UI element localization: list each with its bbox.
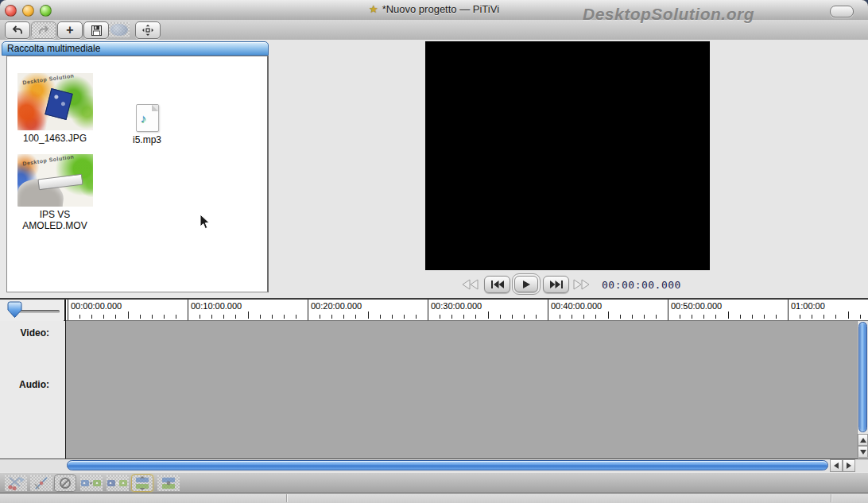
- timeline-ruler[interactable]: 00:00:00.00000:10:00.00000:20:00.00000:3…: [64, 300, 868, 321]
- statusbar-divider: [831, 494, 831, 502]
- scroll-down-button[interactable]: [858, 446, 868, 458]
- ruler-minor-tick: [320, 315, 320, 319]
- ruler-minor-tick: [524, 315, 525, 319]
- scroll-right-button[interactable]: [843, 459, 855, 472]
- ruler-minor-tick: [343, 315, 344, 319]
- toolbar-toggle-button[interactable]: [830, 6, 854, 17]
- list-item[interactable]: Desktop Solution IPS VS AMOLED.MOV: [10, 150, 99, 231]
- watermark: DesktopSolution.org: [583, 5, 754, 24]
- rewind-icon[interactable]: [462, 279, 479, 290]
- link-button: [80, 475, 103, 491]
- media-item-label: IPS VS AMOLED.MOV: [10, 209, 99, 231]
- timecode-display: 00:00:00.000: [602, 279, 681, 291]
- next-frame-icon: [550, 281, 563, 288]
- fast-forward-icon[interactable]: [572, 279, 590, 290]
- ruler-minor-tick: [860, 315, 861, 319]
- vertical-scrollbar-thumb[interactable]: [858, 322, 867, 432]
- ruler-major-tick: [428, 300, 428, 320]
- pitivi-window: *Nuovo progetto — PiTiVi DesktopSolution…: [0, 0, 868, 503]
- zoom-slider-handle[interactable]: [7, 301, 22, 319]
- next-frame-button[interactable]: [543, 276, 569, 293]
- ruler-major-tick: [548, 300, 548, 320]
- ruler-minor-tick: [764, 315, 765, 319]
- play-button[interactable]: [512, 273, 541, 295]
- split-clip-button: [30, 475, 52, 491]
- music-note-icon: [141, 111, 147, 125]
- render-button: [109, 22, 130, 37]
- ruler-minor-tick: [500, 315, 501, 319]
- scroll-left-button[interactable]: [830, 459, 843, 472]
- ruler-label: 00:50:00.000: [671, 301, 722, 311]
- mouse-cursor: [200, 214, 211, 230]
- media-library-list[interactable]: Desktop Solution 100_1463.JPG i5.mp3 Des…: [6, 56, 269, 292]
- tab-label: Raccolta multimediale: [7, 43, 100, 54]
- ruler-minor-tick: [331, 315, 332, 319]
- window-title: *Nuovo progetto — PiTiVi: [382, 3, 499, 15]
- previous-frame-button[interactable]: [484, 276, 510, 293]
- link-icon: [81, 478, 102, 488]
- ruler-minor-tick: [595, 315, 596, 319]
- arrow-right-icon: [847, 462, 851, 469]
- audio-file-icon: [136, 104, 159, 132]
- fullscreen-icon: [142, 25, 153, 36]
- horizontal-scrollbar-thumb[interactable]: [67, 460, 828, 470]
- undo-icon: [12, 25, 23, 35]
- ruler-minor-tick: [392, 315, 393, 319]
- horizontal-scrollbar[interactable]: [0, 459, 868, 472]
- redo-icon: [38, 25, 49, 35]
- ruler-minor-tick: [835, 315, 836, 319]
- ruler-minor-tick: [284, 315, 285, 319]
- play-icon: [523, 281, 530, 288]
- ruler-major-tick: [68, 300, 68, 320]
- ruler-minor-tick: [368, 311, 369, 319]
- ruler-minor-tick: [355, 315, 356, 319]
- ruler-minor-tick: [115, 315, 116, 319]
- status-bar: [0, 493, 868, 503]
- undo-button[interactable]: [5, 21, 30, 39]
- video-track-label: Video:: [0, 327, 49, 339]
- ruler-minor-tick: [404, 315, 405, 319]
- ruler-minor-tick: [260, 315, 261, 319]
- add-clip-button[interactable]: [57, 21, 83, 39]
- ruler-minor-tick: [223, 315, 224, 319]
- scroll-up-button[interactable]: [858, 434, 868, 446]
- save-button[interactable]: [83, 21, 109, 39]
- ruler-minor-tick: [776, 315, 777, 319]
- list-item[interactable]: i5.mp3: [114, 69, 180, 145]
- ruler-minor-tick: [620, 315, 621, 319]
- ruler-minor-tick: [140, 315, 141, 319]
- group-icon: [160, 477, 177, 489]
- tab-media-library[interactable]: Raccolta multimediale: [2, 41, 269, 56]
- ruler-minor-tick: [632, 315, 633, 319]
- star-icon: [369, 3, 378, 15]
- statusbar-divider: [286, 494, 287, 502]
- ruler-minor-tick: [380, 315, 381, 319]
- ruler-minor-tick: [128, 311, 129, 319]
- timeline-tracks-area[interactable]: [66, 321, 857, 459]
- relink-button: [107, 475, 129, 491]
- zoom-slider[interactable]: [0, 300, 64, 321]
- thumbnail-subject: [45, 88, 72, 120]
- ruler-label: 00:30:00.000: [431, 301, 482, 311]
- video-preview[interactable]: [425, 41, 710, 270]
- previous-frame-icon: [491, 281, 504, 288]
- ruler-minor-tick: [296, 315, 296, 319]
- ruler-minor-tick: [536, 315, 537, 319]
- audio-track-label: Audio:: [0, 379, 49, 390]
- ruler-minor-tick: [440, 315, 440, 319]
- list-item[interactable]: Desktop Solution 100_1463.JPG: [10, 69, 99, 144]
- fullscreen-button[interactable]: [135, 21, 161, 39]
- save-icon: [91, 25, 102, 36]
- ruler-minor-tick: [728, 311, 729, 319]
- thumbnail-stamp: Desktop Solution: [21, 73, 74, 86]
- ruler-minor-tick: [656, 315, 657, 319]
- ruler-minor-tick: [680, 315, 680, 319]
- ruler-major-tick: [668, 300, 668, 320]
- ruler-minor-tick: [692, 315, 692, 319]
- ruler-minor-tick: [475, 315, 476, 319]
- ruler-label: 00:20:00.000: [311, 301, 362, 311]
- vertical-scrollbar[interactable]: [857, 321, 868, 459]
- ruler-minor-tick: [91, 315, 92, 319]
- ruler-label: 00:00:00.000: [71, 301, 122, 311]
- ruler-minor-tick: [608, 311, 609, 319]
